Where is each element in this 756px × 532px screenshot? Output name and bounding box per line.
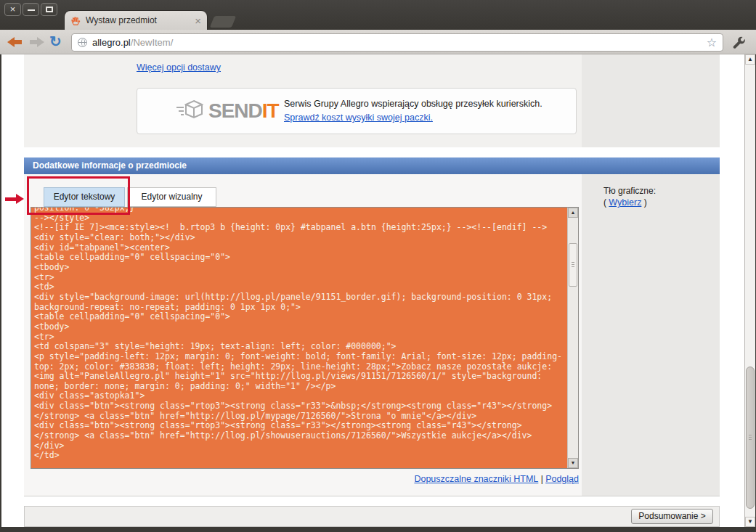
code-line: <td colspan="3" style="height: 19px; tex… [34, 342, 566, 352]
code-line: <tbody> [34, 322, 566, 332]
window-maximize-button[interactable] [41, 3, 57, 16]
editor-scrollbar-thumb[interactable] [569, 243, 577, 287]
code-line: <table cellpadding="0" cellspacing="0"> [34, 253, 566, 263]
bookmark-star-icon[interactable]: ☆ [707, 38, 717, 48]
page-scroll-down-icon[interactable]: ▼ [745, 517, 755, 527]
code-line: </td> [34, 451, 566, 461]
scrollbar-grip [749, 435, 752, 440]
code-line: <div id="tabpanel"><center> [34, 243, 566, 253]
window-close-button[interactable]: × [4, 3, 21, 16]
editor-scrollbar[interactable]: ▲ ▼ [567, 208, 578, 468]
section-header: Dodatkowe informacje o przedmiocie [24, 157, 720, 174]
minimize-icon [28, 9, 35, 11]
code-line: </div> [34, 441, 566, 451]
code-line: <!--[if IE 7]><mce:style><! b.rtop3 b {h… [34, 223, 566, 233]
toolbar: ↻ allegro.pl /NewItem/ ☆ [0, 30, 756, 54]
allowed-html-tags-link[interactable]: Dopuszczalne znaczniki HTML [414, 474, 538, 484]
url-path: /NewItem/ [131, 37, 174, 48]
background-sidebar: Tło graficzne: ( Wybierz ) [582, 174, 720, 496]
code-line: <tr> [34, 332, 566, 343]
scroll-down-icon[interactable]: ▼ [568, 458, 578, 468]
page-scrollbar-thumb[interactable] [746, 367, 755, 509]
code-line: <div class="btn"><strong class="rtop3"><… [34, 421, 566, 431]
code-line: <div class="astopka1"> [34, 391, 566, 401]
sendit-wordmark: SENDIT [208, 99, 279, 123]
sendit-description: Serwis Grupy Allegro wspierający obsługę… [284, 97, 542, 111]
tab-title: Wystaw przedmiot [86, 15, 195, 25]
allegro-hand-favicon [70, 15, 81, 26]
sendit-check-cost-link[interactable]: Sprawdź koszt wysyłki swojej paczki. [284, 112, 433, 123]
code-line: <tr> [34, 273, 566, 283]
scroll-up-icon[interactable]: ▲ [568, 208, 578, 218]
paren-close: ) [641, 197, 646, 208]
code-line: </strong> <a class="btn" href="http://ll… [34, 412, 566, 422]
new-tab-button[interactable] [210, 16, 236, 28]
forward-icon[interactable] [29, 37, 44, 47]
code-line: <div style="background-image: url(http:/… [34, 292, 566, 303]
editor-code: position: 0 -382px;}--></style><!--[if I… [31, 208, 567, 468]
tab-close-icon[interactable]: × [195, 15, 201, 26]
code-line: </strong> <a class="btn" href="http://ll… [34, 431, 566, 441]
maximize-icon [46, 7, 53, 12]
annotation-rectangle [27, 176, 130, 215]
code-line: <td> [34, 282, 566, 292]
scrollbar-grip [572, 262, 574, 267]
code-line: none; border: none; margin: 0; padding: … [34, 382, 566, 392]
choose-background-link[interactable]: Wybierz [609, 197, 641, 208]
sendit-cube-icon [175, 99, 206, 123]
sendit-logo: SENDIT [175, 99, 279, 123]
url-host: allegro.pl [92, 37, 131, 48]
top-right-sidebar [582, 54, 720, 147]
titlebar: × Wystaw przedmiot × [0, 0, 756, 30]
code-line: <p style="padding-left: 12px; margin: 0;… [34, 352, 566, 362]
page-scroll-up-icon[interactable]: ▲ [745, 54, 755, 65]
code-line: <tbody> [34, 263, 566, 273]
page-scrollbar[interactable]: ▲ ▼ [744, 54, 755, 527]
page-viewport: Więcej opcji dostawy SENDIT Serwis Grup [1, 54, 755, 527]
url-bar[interactable]: allegro.pl /NewItem/ ☆ [71, 33, 723, 52]
sendit-banner: SENDIT Serwis Grupy Allegro wspierający … [137, 88, 577, 134]
browser-tab[interactable]: Wystaw przedmiot × [64, 10, 208, 30]
code-line: <img alt="PaneleAllegro.pl" height="1" s… [34, 372, 566, 382]
window-minimize-button[interactable] [23, 3, 39, 16]
bottom-action-bar: Podsumowanie > [24, 506, 720, 527]
editor-footer: Dopuszczalne znaczniki HTML | Podgląd [292, 474, 579, 484]
browser-window: × Wystaw przedmiot × ↻ allegro.pl /NewIt… [0, 0, 756, 532]
code-line: <div style="clear: both;"></div> [34, 233, 566, 243]
code-line: background-repeat: no-repeat; padding: 0… [34, 303, 566, 313]
more-delivery-options-link[interactable]: Więcej opcji dostawy [137, 62, 221, 73]
code-line: <div class="btn"><strong class="rtop3"><… [34, 401, 566, 412]
reload-icon[interactable]: ↻ [49, 33, 62, 50]
summary-button[interactable]: Podsumowanie > [631, 509, 713, 524]
preview-link[interactable]: Podgląd [545, 474, 579, 484]
footer-separator: | [538, 474, 545, 484]
code-line: top: 2px; color: #383838; float: left; h… [34, 362, 566, 372]
description-textarea[interactable]: position: 0 -382px;}--></style><!--[if I… [31, 207, 579, 469]
wrench-menu-icon[interactable] [731, 35, 747, 51]
globe-icon [78, 38, 87, 47]
tab-visual-editor[interactable]: Edytor wizualny [127, 187, 216, 207]
background-label: Tło graficzne: [603, 185, 656, 197]
back-icon[interactable] [7, 37, 23, 47]
code-line: <table cellpadding="0" cellspacing="0"> [34, 312, 566, 322]
